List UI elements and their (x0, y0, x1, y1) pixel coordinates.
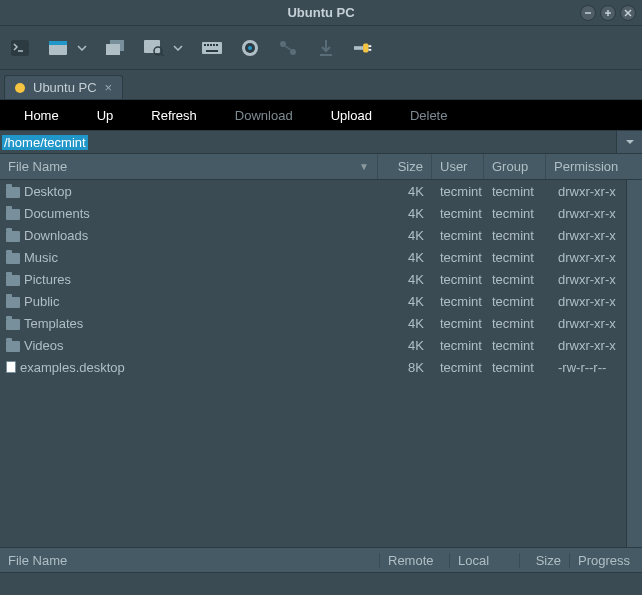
file-row[interactable]: Downloads4Ktecminttecmintdrwxr-xr-x (0, 224, 626, 246)
file-name: Public (24, 294, 378, 309)
windows-icon[interactable] (106, 38, 126, 58)
chevron-down-icon[interactable] (76, 38, 88, 58)
action-download[interactable]: Download (235, 108, 293, 123)
file-size: 8K (378, 360, 432, 375)
file-size: 4K (378, 338, 432, 353)
plug-icon[interactable] (354, 38, 374, 58)
file-group: tecmint (484, 250, 546, 265)
path-dropdown-button[interactable] (616, 131, 642, 153)
download-icon[interactable] (316, 38, 336, 58)
svg-rect-14 (202, 42, 222, 54)
file-size: 4K (378, 272, 432, 287)
file-size: 4K (378, 294, 432, 309)
svg-rect-30 (369, 45, 372, 47)
file-size: 4K (378, 250, 432, 265)
svg-rect-5 (11, 40, 29, 56)
connection-icon[interactable] (278, 38, 298, 58)
svg-point-23 (248, 46, 252, 50)
svg-rect-18 (213, 44, 215, 46)
file-user: tecmint (432, 316, 484, 331)
window-title: Ubuntu PC (287, 5, 354, 20)
file-row[interactable]: Videos4Ktecminttecmintdrwxr-xr-x (0, 334, 626, 356)
tab-status-icon (15, 83, 25, 93)
file-group: tecmint (484, 316, 546, 331)
folder-icon (6, 253, 20, 264)
file-icon (6, 361, 16, 373)
scrollbar[interactable] (626, 180, 642, 547)
file-row[interactable]: Pictures4Ktecminttecmintdrwxr-xr-x (0, 268, 626, 290)
gear-icon[interactable] (240, 38, 260, 58)
folder-icon (6, 341, 20, 352)
path-input-wrap[interactable]: /home/tecmint (0, 131, 616, 153)
file-group: tecmint (484, 228, 546, 243)
window-icon[interactable] (48, 38, 68, 58)
svg-rect-19 (216, 44, 218, 46)
col-name[interactable]: File Name ▼ (0, 154, 378, 179)
col-permission[interactable]: Permission (546, 154, 626, 179)
file-group: tecmint (484, 338, 546, 353)
folder-icon (6, 319, 20, 330)
file-permission: drwxr-xr-x (546, 294, 626, 309)
file-name: Videos (24, 338, 378, 353)
action-up[interactable]: Up (97, 108, 114, 123)
tab-close-icon[interactable]: × (105, 80, 113, 95)
file-group: tecmint (484, 184, 546, 199)
file-permission: drwxr-xr-x (546, 338, 626, 353)
file-permission: drwxr-xr-x (546, 316, 626, 331)
terminal-icon[interactable] (10, 38, 30, 58)
file-row[interactable]: examples.desktop8Ktecminttecmint-rw-r--r… (0, 356, 626, 378)
file-name: Templates (24, 316, 378, 331)
file-user: tecmint (432, 184, 484, 199)
svg-rect-15 (204, 44, 206, 46)
tab-ubuntu-pc[interactable]: Ubuntu PC × (4, 75, 123, 99)
chevron-down-icon[interactable] (172, 38, 184, 58)
svg-rect-29 (363, 43, 368, 52)
close-button[interactable] (620, 5, 636, 21)
action-delete[interactable]: Delete (410, 108, 448, 123)
file-row[interactable]: Templates4Ktecminttecmintdrwxr-xr-x (0, 312, 626, 334)
search-window-icon[interactable] (144, 38, 164, 58)
path-input[interactable]: /home/tecmint (2, 135, 88, 150)
col-group[interactable]: Group (484, 154, 546, 179)
svg-rect-17 (210, 44, 212, 46)
file-user: tecmint (432, 294, 484, 309)
file-group: tecmint (484, 294, 546, 309)
file-size: 4K (378, 184, 432, 199)
folder-icon (6, 275, 20, 286)
file-user: tecmint (432, 250, 484, 265)
svg-rect-8 (49, 41, 67, 45)
maximize-button[interactable] (600, 5, 616, 21)
file-name: Pictures (24, 272, 378, 287)
action-upload[interactable]: Upload (331, 108, 372, 123)
file-permission: -rw-r--r-- (546, 360, 626, 375)
action-home[interactable]: Home (24, 108, 59, 123)
file-user: tecmint (432, 272, 484, 287)
tcol-name[interactable]: File Name (0, 553, 380, 568)
file-row[interactable]: Desktop4Ktecminttecmintdrwxr-xr-x (0, 180, 626, 202)
tcol-size[interactable]: Size (520, 553, 570, 568)
file-permission: drwxr-xr-x (546, 250, 626, 265)
file-row[interactable]: Music4Ktecminttecmintdrwxr-xr-x (0, 246, 626, 268)
file-row[interactable]: Public4Ktecminttecmintdrwxr-xr-x (0, 290, 626, 312)
col-size[interactable]: Size (378, 154, 432, 179)
file-permission: drwxr-xr-x (546, 228, 626, 243)
tab-label: Ubuntu PC (33, 80, 97, 95)
window-tool-group (48, 38, 88, 58)
file-size: 4K (378, 228, 432, 243)
action-refresh[interactable]: Refresh (151, 108, 197, 123)
tcol-progress[interactable]: Progress (570, 553, 642, 568)
col-name-label: File Name (8, 159, 67, 174)
file-group: tecmint (484, 206, 546, 221)
file-rows: Desktop4Ktecminttecmintdrwxr-xr-xDocumen… (0, 180, 626, 547)
svg-rect-10 (106, 44, 120, 55)
keyboard-icon[interactable] (202, 38, 222, 58)
tabstrip: Ubuntu PC × (0, 70, 642, 100)
svg-rect-16 (207, 44, 209, 46)
minimize-button[interactable] (580, 5, 596, 21)
tcol-remote[interactable]: Remote (380, 553, 450, 568)
file-row[interactable]: Documents4Ktecminttecmintdrwxr-xr-x (0, 202, 626, 224)
col-user[interactable]: User (432, 154, 484, 179)
file-columns-header: File Name ▼ Size User Group Permission (0, 154, 642, 180)
file-size: 4K (378, 206, 432, 221)
tcol-local[interactable]: Local (450, 553, 520, 568)
